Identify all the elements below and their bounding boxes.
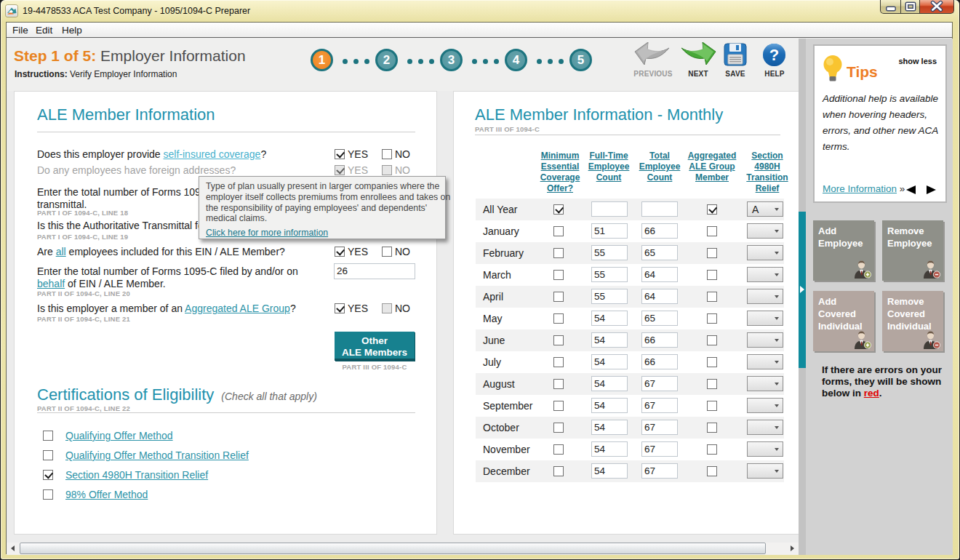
svg-text:?: ? [769,46,779,64]
